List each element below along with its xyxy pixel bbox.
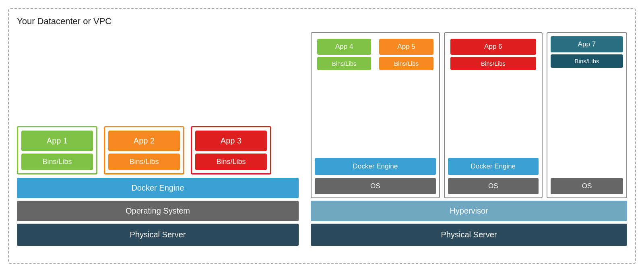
vm1-app5-label: App 5 (379, 39, 433, 55)
diagrams-row: App 1 Bins/Libs App 2 Bins/Libs App 3 Bi… (17, 32, 627, 246)
vm1-docker-engine: Docker Engine (315, 158, 436, 175)
app1-container: App 1 Bins/Libs (17, 126, 97, 174)
right-vms-row: App 4 Bins/Libs App 5 Bins/Libs Docker E… (311, 32, 627, 198)
app1-label: App 1 (21, 131, 93, 151)
vm1-app5-bins: Bins/Libs (379, 57, 433, 70)
vm2-app6-container: App 6 Bins/Libs (448, 36, 539, 155)
left-docker-engine: Docker Engine (17, 178, 299, 198)
vm1-app4-container: App 4 Bins/Libs (315, 36, 374, 155)
left-physical-server: Physical Server (17, 224, 299, 246)
vm3-box: App 7 Bins/Libs OS (547, 32, 627, 198)
app2-bins: Bins/Libs (108, 154, 180, 170)
app2-label: App 2 (108, 131, 180, 151)
vm2-app6-bins: Bins/Libs (450, 57, 536, 70)
right-hypervisor: Hypervisor (311, 201, 627, 221)
left-apps-row: App 1 Bins/Libs App 2 Bins/Libs App 3 Bi… (17, 32, 299, 174)
vm1-app4-bins: Bins/Libs (317, 57, 371, 70)
app2-container: App 2 Bins/Libs (104, 126, 184, 174)
left-diagram: App 1 Bins/Libs App 2 Bins/Libs App 3 Bi… (17, 32, 299, 246)
vm2-os: OS (448, 178, 539, 194)
datacenter-container: Your Datacenter or VPC App 1 Bins/Libs A… (8, 8, 636, 264)
vm1-box: App 4 Bins/Libs App 5 Bins/Libs Docker E… (311, 32, 440, 198)
vm1-os: OS (315, 178, 436, 194)
app3-bins: Bins/Libs (195, 154, 267, 170)
app1-bins: Bins/Libs (21, 154, 93, 170)
vm1-app4-label: App 4 (317, 39, 371, 55)
vm3-single-app: App 7 Bins/Libs (547, 33, 626, 176)
right-physical-server: Physical Server (311, 224, 627, 246)
diagram-title: Your Datacenter or VPC (17, 16, 627, 27)
vm2-app6-label: App 6 (450, 39, 536, 55)
vm3-app7-label: App 7 (551, 36, 623, 52)
app3-label: App 3 (195, 131, 267, 151)
app3-container: App 3 Bins/Libs (191, 126, 271, 174)
right-diagram: App 4 Bins/Libs App 5 Bins/Libs Docker E… (311, 32, 627, 246)
vm2-box: App 6 Bins/Libs Docker Engine OS (444, 32, 543, 198)
vm2-docker-engine: Docker Engine (448, 158, 539, 175)
vm3-os: OS (551, 178, 623, 194)
left-os: Operating System (17, 201, 299, 221)
vm2-apps-row: App 6 Bins/Libs (445, 33, 542, 156)
vm1-app5-container: App 5 Bins/Libs (377, 36, 436, 155)
vm3-app7-bins: Bins/Libs (551, 54, 623, 68)
vm1-apps-row: App 4 Bins/Libs App 5 Bins/Libs (312, 33, 439, 156)
